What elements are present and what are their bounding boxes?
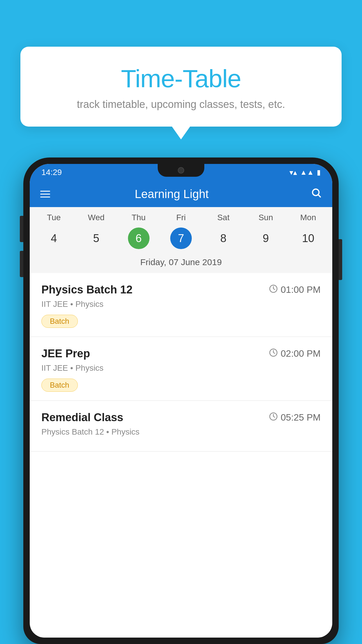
day-label-sat: Sat (202, 213, 245, 222)
date-cell-5[interactable]: 5 (75, 228, 117, 249)
calendar-dates: 4 5 6 7 8 9 10 (30, 225, 332, 254)
date-num-5[interactable]: 5 (85, 228, 107, 249)
schedule-name-1: Physics Batch 12 (41, 284, 133, 296)
schedule-meta-3: Physics Batch 12 • Physics (41, 427, 321, 437)
app-title: Learning Light (59, 188, 284, 201)
time-text-1: 01:00 PM (281, 284, 321, 295)
calendar-days-header: Tue Wed Thu Fri Sat Sun Mon (30, 207, 332, 225)
schedule-time-3: 05:25 PM (269, 412, 321, 423)
date-cell-10[interactable]: 10 (287, 228, 329, 249)
day-label-thu: Thu (117, 213, 160, 222)
power-button[interactable] (339, 239, 342, 280)
schedule-meta-1: IIT JEE • Physics (41, 300, 321, 309)
schedule-time-1: 01:00 PM (269, 284, 321, 295)
phone-screen: 14:29 ▾▴ ▲▲ ▮ Learning Light (30, 164, 332, 638)
hamburger-menu-button[interactable] (40, 191, 50, 197)
status-time: 14:29 (41, 168, 62, 177)
clock-icon-3 (269, 412, 278, 423)
time-text-2: 02:00 PM (281, 348, 321, 359)
schedule-name-2: JEE Prep (41, 347, 90, 360)
batch-tag-1: Batch (41, 315, 78, 328)
schedule-container: Physics Batch 12 01:00 PM IIT JEE • Phys… (30, 273, 332, 452)
clock-icon-1 (269, 284, 278, 295)
day-label-mon: Mon (287, 213, 329, 222)
tooltip-title: Time-Table (38, 64, 324, 93)
phone-notch (158, 164, 204, 177)
day-label-wed: Wed (75, 213, 117, 222)
clock-icon-2 (269, 348, 278, 359)
volume-up-button[interactable] (20, 216, 23, 242)
schedule-item-physics-batch[interactable]: Physics Batch 12 01:00 PM IIT JEE • Phys… (30, 273, 332, 337)
schedule-item-header-2: JEE Prep 02:00 PM (41, 347, 321, 360)
date-cell-7[interactable]: 7 (160, 228, 202, 249)
schedule-meta-2: IIT JEE • Physics (41, 363, 321, 373)
status-icons: ▾▴ ▲▲ ▮ (289, 168, 321, 177)
date-num-6[interactable]: 6 (128, 228, 150, 249)
schedule-item-jee-prep[interactable]: JEE Prep 02:00 PM IIT JEE • Physics Batc… (30, 337, 332, 401)
schedule-item-header-3: Remedial Class 05:25 PM (41, 411, 321, 424)
tooltip-subtitle: track timetable, upcoming classes, tests… (38, 98, 324, 111)
date-num-4[interactable]: 4 (43, 228, 65, 249)
battery-icon: ▮ (317, 168, 321, 176)
wifi-icon: ▾▴ (289, 168, 297, 177)
svg-line-1 (318, 195, 320, 197)
date-cell-8[interactable]: 8 (202, 228, 245, 249)
schedule-time-2: 02:00 PM (269, 348, 321, 359)
date-cell-6[interactable]: 6 (117, 228, 160, 249)
date-num-9[interactable]: 9 (255, 228, 277, 249)
day-label-tue: Tue (33, 213, 75, 222)
signal-icon: ▲▲ (300, 168, 314, 176)
batch-tag-2: Batch (41, 379, 78, 392)
day-label-sun: Sun (245, 213, 287, 222)
volume-down-button[interactable] (20, 251, 23, 277)
schedule-item-remedial[interactable]: Remedial Class 05:25 PM Physics Batch 12… (30, 401, 332, 452)
schedule-item-header-1: Physics Batch 12 01:00 PM (41, 284, 321, 296)
date-cell-9[interactable]: 9 (245, 228, 287, 249)
phone-frame: 14:29 ▾▴ ▲▲ ▮ Learning Light (23, 158, 339, 644)
schedule-name-3: Remedial Class (41, 411, 123, 424)
search-button[interactable] (311, 187, 322, 201)
camera-icon (178, 167, 184, 174)
time-text-3: 05:25 PM (281, 412, 321, 423)
date-num-7[interactable]: 7 (170, 228, 192, 249)
date-num-10[interactable]: 10 (297, 228, 319, 249)
date-num-8[interactable]: 8 (212, 228, 234, 249)
tooltip-card: Time-Table track timetable, upcoming cla… (20, 47, 342, 127)
day-label-fri: Fri (160, 213, 202, 222)
date-cell-4[interactable]: 4 (33, 228, 75, 249)
selected-date-label: Friday, 07 June 2019 (30, 254, 332, 273)
app-bar: Learning Light (30, 181, 332, 207)
